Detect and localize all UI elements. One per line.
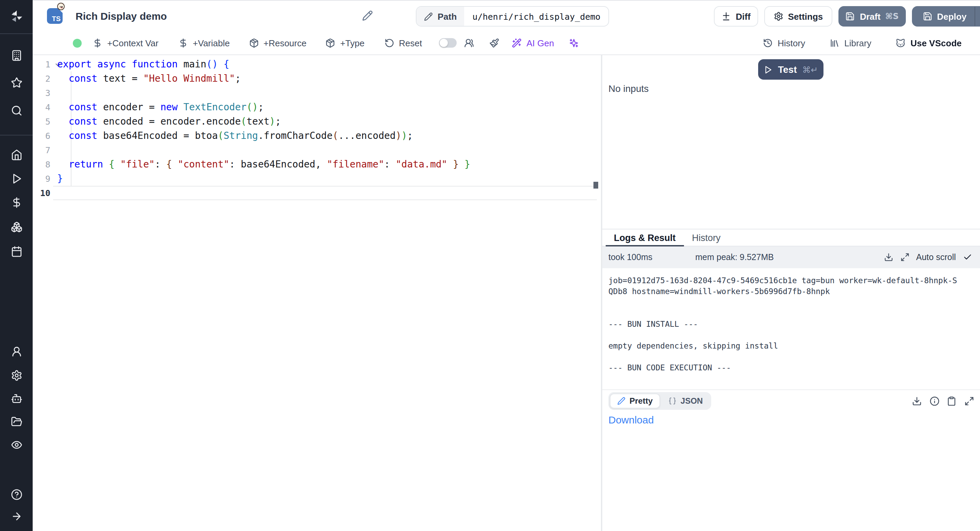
favorites-star-icon[interactable]: [0, 73, 33, 91]
add-type-button[interactable]: +Type: [326, 38, 365, 48]
dollar-icon: [178, 38, 188, 48]
save-draft-button[interactable]: Draft ⌘S: [838, 6, 906, 27]
sidebar-item-schedules[interactable]: [0, 242, 33, 260]
sidebar-divider: [0, 135, 33, 136]
workspace-building-icon[interactable]: [0, 46, 33, 64]
windmill-logo-icon[interactable]: [0, 7, 33, 26]
settings-button[interactable]: Settings: [764, 6, 832, 27]
deploy-dropdown-chevron-icon[interactable]: [975, 7, 980, 26]
ai-gen-button[interactable]: AI Gen: [512, 38, 554, 48]
pen-icon: [617, 397, 625, 405]
reset-icon: [384, 38, 394, 48]
reset-button[interactable]: Reset: [384, 38, 422, 48]
add-variable-button[interactable]: +Variable: [178, 38, 230, 48]
windmill-script-editor: TS Rich Display demo Path u/henri/rich_d…: [0, 0, 980, 531]
use-vscode-button[interactable]: Use VScode: [896, 38, 962, 48]
code-line: export async function main() {: [57, 57, 597, 72]
line-number: 1: [33, 57, 50, 72]
search-icon-button[interactable]: [0, 101, 33, 119]
draft-shortcut-hint: ⌘S: [885, 11, 899, 21]
boxes-icon: [11, 221, 22, 233]
diff-icon: [721, 11, 731, 21]
paintbrush-icon: [489, 38, 499, 48]
line-number: 3: [33, 86, 50, 100]
line-number: 4: [33, 100, 50, 114]
tab-history[interactable]: History: [684, 230, 729, 246]
baby-emoji-icon: [57, 3, 65, 10]
diff-button[interactable]: Diff: [714, 6, 758, 27]
play-icon: [764, 65, 772, 74]
download-result-icon[interactable]: [912, 396, 922, 406]
line-number: 5: [33, 114, 50, 129]
multiplayer-users-button[interactable]: [464, 38, 474, 48]
download-result-link[interactable]: Download: [608, 414, 654, 426]
star-icon: [11, 77, 22, 88]
test-shortcut-hint: ⌘↵: [802, 64, 818, 75]
sidebar-item-help[interactable]: [0, 485, 33, 503]
path-field[interactable]: Path u/henri/rich_display_demo: [416, 6, 609, 27]
format-code-button[interactable]: [489, 38, 499, 48]
expand-logs-icon[interactable]: [900, 253, 909, 262]
sidebar-expand-button[interactable]: [0, 507, 33, 525]
page-title: Rich Display demo: [76, 10, 167, 22]
history-button[interactable]: History: [763, 38, 805, 48]
sidebar-item-folders[interactable]: [0, 413, 33, 430]
sidebar-item-audit[interactable]: [0, 436, 33, 453]
gear-icon: [11, 369, 22, 381]
folder-open-icon: [11, 416, 22, 427]
sidebar-item-users[interactable]: [0, 343, 33, 360]
download-logs-icon[interactable]: [884, 253, 893, 262]
info-icon[interactable]: [929, 396, 939, 406]
sidebar-item-home[interactable]: [0, 146, 33, 163]
toolbar-right-group: History Library Use VScode: [763, 38, 980, 48]
sidebar-item-variables[interactable]: [0, 193, 33, 211]
add-context-var-button[interactable]: +Context Var: [92, 38, 159, 48]
run-panel: Test ⌘↵ No inputs Logs & Result History …: [602, 55, 980, 531]
gear-icon: [774, 11, 783, 21]
code-line: const base64Encoded = btoa(String.fromCh…: [57, 129, 597, 143]
save-icon: [923, 11, 932, 21]
sidebar-item-settings[interactable]: [0, 366, 33, 384]
users-icon: [464, 38, 474, 48]
collab-toggle[interactable]: [439, 38, 457, 48]
test-button[interactable]: Test ⌘↵: [758, 59, 824, 80]
help-icon: [11, 488, 22, 500]
play-icon: [11, 172, 22, 184]
dollar-icon: [92, 38, 102, 48]
braces-icon: [668, 397, 676, 405]
line-number: 7: [33, 143, 50, 157]
line-number: 2: [33, 72, 50, 86]
code-line: const encoded = encoder.encode(text);: [57, 114, 597, 129]
library-icon: [830, 38, 840, 48]
library-button[interactable]: Library: [830, 38, 872, 48]
line-number: 8: [33, 157, 50, 172]
clipboard-icon[interactable]: [947, 396, 956, 406]
autoscroll-label: Auto scroll: [916, 253, 956, 262]
code-editor[interactable]: 12345678910 export async function main()…: [33, 55, 601, 531]
editor-toolbar: +Context Var +Variable +Resource +Type R…: [33, 31, 980, 55]
edit-summary-pencil-icon[interactable]: [362, 10, 373, 21]
sidebar-item-runs[interactable]: [0, 169, 33, 187]
pretty-toggle[interactable]: Pretty: [610, 394, 660, 408]
duration-label: took 100ms: [608, 253, 652, 262]
check-icon[interactable]: [963, 253, 972, 262]
tab-logs-result[interactable]: Logs & Result: [606, 230, 684, 246]
code-line: [57, 143, 597, 157]
deploy-button[interactable]: Deploy: [912, 6, 980, 27]
path-value[interactable]: u/henri/rich_display_demo: [464, 7, 608, 26]
home-icon: [11, 149, 22, 160]
add-resource-button[interactable]: +Resource: [249, 38, 306, 48]
overview-ruler-cursor-mark: [593, 182, 598, 188]
code-line: const text = "Hello Windmill";: [57, 72, 597, 86]
app-sidebar: [0, 0, 33, 531]
panel-divider: [602, 389, 980, 390]
line-number: 10: [33, 186, 50, 200]
sidebar-item-workers[interactable]: [0, 389, 33, 407]
json-toggle[interactable]: JSON: [662, 394, 710, 408]
ai-sparkles-button[interactable]: [569, 38, 579, 48]
history-clock-icon: [763, 38, 773, 48]
bot-icon: [11, 392, 22, 404]
expand-result-icon[interactable]: [964, 396, 974, 406]
sidebar-item-resources[interactable]: [0, 218, 33, 236]
code-line: [53, 186, 597, 200]
